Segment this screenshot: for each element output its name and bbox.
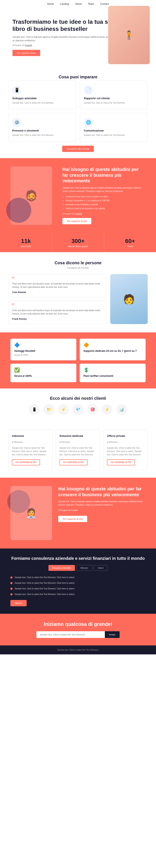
- pricing-btn-2[interactable]: FAI SAPERNE DI PIÙ: [107, 459, 135, 465]
- stat-clients-label: Clienti felici: [2, 245, 50, 248]
- orange2-title: Hai bisogno di queste abitudini per far …: [58, 486, 146, 497]
- consulting-cta-button[interactable]: Mostra: [10, 600, 27, 606]
- nav-home[interactable]: Home: [47, 2, 54, 5]
- consulting-items: Sample text. Click to select the Text El…: [10, 576, 146, 606]
- feature-0: 🔷 Vantaggi flessibili Sicura al 100%.: [10, 339, 76, 360]
- learn-cta-button[interactable]: Visualizza altri esempi: [62, 146, 94, 152]
- testimonial-0: Proin sed libero enim sed faucibus turpi…: [8, 274, 106, 298]
- card-processi: ⚙️ Processi e strumenti Sample text. Cli…: [8, 113, 76, 142]
- stat-countries: 60+ Paesi: [104, 233, 156, 252]
- cta-input-row: Inviaci: [36, 631, 120, 638]
- nav-about[interactable]: About: [75, 2, 82, 5]
- card-text-rapporto: Sample text. Click to select the Text El…: [84, 101, 144, 104]
- client-icon-4: 🎯: [87, 404, 98, 415]
- card-text-comunicazione: Sample text. Click to select the Text El…: [84, 133, 144, 137]
- feature-icon-2: ✅: [14, 367, 73, 373]
- stats-bar: 11k Clienti felici 300+ Membri della squ…: [0, 233, 156, 252]
- consulting-item-3: Sample text. Click to select the Text El…: [10, 593, 146, 596]
- orange2-image-credit: Immagine da Freepik: [58, 509, 146, 512]
- consulting-dot-2: [10, 588, 12, 590]
- tab-finanza[interactable]: Finanza e Benefici: [48, 565, 75, 571]
- list-item-2: Aumenta la tua credibilità e autorità: [65, 203, 146, 206]
- orange-credit-link[interactable]: Freepik: [75, 213, 82, 215]
- client-icon-0: 📱: [29, 404, 40, 415]
- blob-decoration: [6, 198, 31, 223]
- nav-contact[interactable]: Contact: [100, 2, 109, 5]
- consulting-text-1: Sample text. Click to select the Text El…: [14, 582, 75, 585]
- feature-3: 💲 Piani tariffari convenienti: [80, 364, 146, 382]
- tab-mission[interactable]: Mission: [77, 565, 92, 571]
- card-comunicazione: 🌐 Comunicazione Sample text. Click to se…: [80, 113, 148, 142]
- cta-submit-button[interactable]: Inviaci: [105, 631, 120, 638]
- consulting-tabs: Finanza e Benefici Mission Valori: [10, 565, 146, 571]
- testimonials-image: 🧑: [110, 274, 148, 324]
- feature-1: 🔶 Supporto dedicato 24 ore su 24, 7 gior…: [80, 339, 146, 360]
- pricing-name-0: Adesione: [12, 434, 49, 437]
- pricing-name-1: Soluzioni dedicata: [60, 434, 97, 437]
- consulting-dot-1: [10, 582, 12, 584]
- testimonials-credit-link[interactable]: Freepik: [81, 267, 89, 269]
- testimonials-credit: Immagine da Freepik: [8, 267, 148, 269]
- pricing-plan-2: Ufficio privato $ 95/mese Sample text. C…: [103, 430, 148, 470]
- testimonials-section: Cosa dicono le persone Immagine da Freep…: [0, 252, 156, 332]
- orange2-body: Sample text. Click to Egesias agonus fri…: [58, 500, 146, 507]
- pricing-period-1: /mese: [64, 441, 70, 443]
- orange-right: Hai bisogno di queste abitudini per far …: [63, 166, 146, 224]
- consulting-text-2: Sample text. Click to select the Text El…: [14, 587, 75, 590]
- orange-body: Sample text. Click to Egesias agonus fri…: [63, 186, 146, 193]
- list-item-0: Trasforma la tua idea e la tua storia in…: [65, 195, 146, 198]
- stat-countries-number: 60+: [106, 238, 154, 244]
- orange-cta-button[interactable]: Per saperne di più: [63, 218, 91, 224]
- feature-icon-0: 🔷: [14, 342, 73, 348]
- card-rapporto: 📄 Rapporto col cliente Sample text. Clic…: [80, 81, 148, 109]
- card-text-sviluppo: Sample text. Click to select the Text El…: [12, 101, 72, 104]
- consulting-text-3: Sample text. Click to select the Text El…: [14, 593, 75, 596]
- clients-section: Ecco alcuni dei nostri clienti 📱 📁 ⚡ 💎 🎯…: [0, 389, 156, 423]
- consulting-text-0: Sample text. Click to select the Text El…: [14, 576, 75, 579]
- orange-image-credit: Immagine da Freepik: [63, 212, 146, 216]
- feature-title-2: Sicura al 100%.: [14, 374, 73, 377]
- stat-team: 300+ Membri della squadra: [52, 233, 104, 252]
- clients-icons: 📱 📁 ⚡ 💎 🎯 ⚡ 📊: [8, 404, 148, 415]
- client-icon-1: 📁: [43, 404, 54, 415]
- consulting-title: Forniamo consulenza aziendale e servizi …: [10, 556, 146, 561]
- clients-title: Ecco alcuni dei nostri clienti: [8, 396, 148, 401]
- footer-text: Sample text. Click to select the Text El…: [8, 649, 148, 651]
- consulting-dot-3: [10, 593, 12, 595]
- client-icon-2: ⚡: [58, 404, 69, 415]
- orange2-section: 🧑‍💼 Hai bisogno di queste abitudini per …: [0, 478, 156, 549]
- pricing-btn-1[interactable]: FAI SAPERNE DI PIÙ: [60, 459, 87, 465]
- tab-valori[interactable]: Valori: [94, 565, 107, 571]
- feature-icon-3: 💲: [83, 367, 142, 373]
- pricing-btn-0[interactable]: FAI SAPERNE DI PIÙ: [12, 459, 40, 465]
- card-title-sviluppo: Sviluppo aziendale: [12, 97, 72, 100]
- testimonial-text-1: Proin sed libero enim sed faucibus turpi…: [12, 305, 102, 315]
- pricing-grid: Adesione $ 35/mese Sample text. Click to…: [8, 430, 148, 470]
- nav-team[interactable]: Team: [88, 2, 94, 5]
- hero-credit-link[interactable]: Freepik: [25, 44, 32, 46]
- feature-title-3: Piani tariffari convenienti: [83, 374, 142, 377]
- pricing-price-2: $ 95/mese: [107, 439, 144, 444]
- card-text-processi: Sample text. Click to select the Text El…: [12, 133, 72, 137]
- stat-clients: 11k Clienti felici: [0, 233, 52, 252]
- hero-section: Trasformiamo le tue idee o la tua storia…: [0, 8, 156, 66]
- testimonial-1: Proin sed libero enim sed faucibus turpi…: [8, 301, 106, 324]
- hero-cta-button[interactable]: Per saperne di più: [12, 50, 40, 56]
- features-section: 🔷 Vantaggi flessibili Sicura al 100%. 🔶 …: [0, 332, 156, 389]
- pricing-section: Adesione $ 35/mese Sample text. Click to…: [0, 423, 156, 478]
- orange-title: Hai bisogno di queste abitudini per far …: [63, 166, 146, 184]
- cta-email-input[interactable]: [36, 631, 105, 638]
- pricing-text-0: Sample text. Click to select the Text El…: [12, 446, 49, 456]
- hero-image: 🧍: [108, 6, 150, 64]
- pricing-period-0: /mese: [16, 441, 23, 443]
- stat-countries-label: Paesi: [106, 245, 154, 248]
- nav-landing[interactable]: Landing: [60, 2, 69, 5]
- testimonials-list: Proin sed libero enim sed faucibus turpi…: [8, 274, 106, 324]
- orange2-left: 🧑‍💼: [10, 486, 52, 540]
- feature-title-1: Supporto dedicato 24 ore su 24, 7 giorni…: [83, 349, 142, 352]
- orange2-cta-button[interactable]: Per saperne di più: [58, 516, 87, 522]
- pricing-text-2: Sample text. Click to select the Text El…: [107, 446, 144, 456]
- card-icon-processi: ⚙️: [12, 118, 22, 127]
- card-title-rapporto: Rapporto col cliente: [84, 97, 144, 100]
- orange2-credit-link[interactable]: Freepik: [71, 509, 78, 512]
